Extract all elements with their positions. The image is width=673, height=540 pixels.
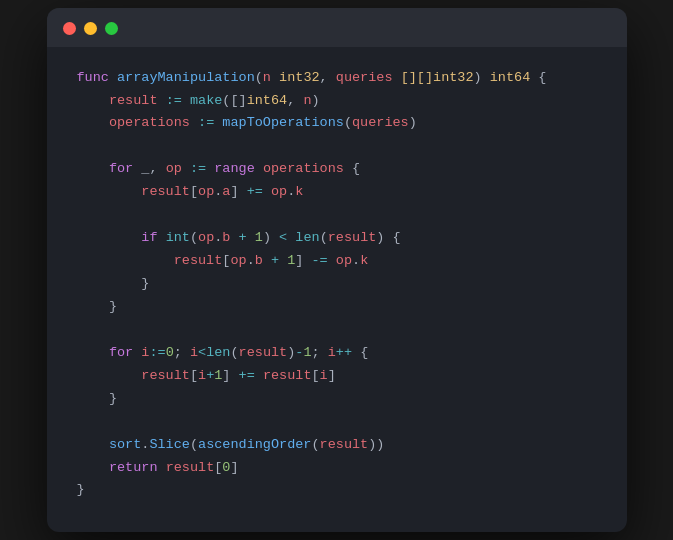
code-line-1: func arrayManipulation(n int32, queries … [77,67,597,90]
code-line-6: result[op.a] += op.k [77,181,597,204]
minimize-button[interactable] [84,22,97,35]
code-line-4 [77,135,597,158]
code-line-3: operations := mapToOperations(queries) [77,112,597,135]
code-line-18: return result[0] [77,457,597,480]
code-line-16 [77,411,597,434]
code-line-7 [77,204,597,227]
code-line-5: for _, op := range operations { [77,158,597,181]
code-line-19: } [77,479,597,502]
code-line-10: } [77,273,597,296]
code-line-9: result[op.b + 1] -= op.k [77,250,597,273]
code-line-8: if int(op.b + 1) < len(result) { [77,227,597,250]
code-line-11: } [77,296,597,319]
code-line-14: result[i+1] += result[i] [77,365,597,388]
code-line-2: result := make([]int64, n) [77,90,597,113]
code-line-13: for i:=0; i<len(result)-1; i++ { [77,342,597,365]
code-window: func arrayManipulation(n int32, queries … [47,8,627,533]
maximize-button[interactable] [105,22,118,35]
code-line-15: } [77,388,597,411]
code-line-17: sort.Slice(ascendingOrder(result)) [77,434,597,457]
code-display: func arrayManipulation(n int32, queries … [47,47,627,533]
code-line-12 [77,319,597,342]
close-button[interactable] [63,22,76,35]
titlebar [47,8,627,47]
